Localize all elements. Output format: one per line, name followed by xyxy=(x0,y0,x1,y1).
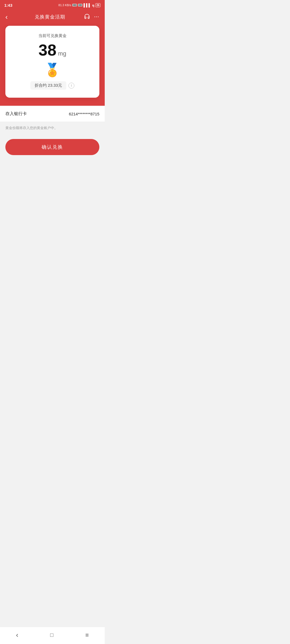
bank-card-row: 存入银行卡 6214********8715 xyxy=(0,106,105,122)
hd-label-2: HD xyxy=(78,4,82,6)
status-time: 1:43 xyxy=(4,3,12,8)
notice-text: 黄金份额将存入您的黄金账户中。 xyxy=(0,122,105,134)
price-row: 折合约 23.33元 i xyxy=(30,81,74,90)
content-area: 存入银行卡 6214********8715 黄金份额将存入您的黄金账户中。 确… xyxy=(0,106,105,214)
header-actions: ··· xyxy=(84,13,99,21)
page-title: 兑换黄金活期 xyxy=(35,14,65,20)
network-speed: 81.3 KB/s xyxy=(59,3,71,7)
status-icons: 81.3 KB/s HD HD ▌▌▌ 𝛈 26 xyxy=(59,3,100,8)
back-button[interactable]: ‹ xyxy=(5,13,16,21)
headset-icon[interactable] xyxy=(84,13,90,21)
more-icon[interactable]: ··· xyxy=(94,14,99,19)
gold-emoji: 🏅 xyxy=(44,64,60,76)
hd-label-1: HD xyxy=(72,4,77,6)
card-subtitle: 当前可兑换黄金 xyxy=(38,33,67,38)
app-header: ‹ 兑换黄金活期 ··· xyxy=(0,10,105,26)
status-bar: 1:43 81.3 KB/s HD HD ▌▌▌ 𝛈 26 xyxy=(0,0,105,10)
gold-number: 38 xyxy=(38,42,56,58)
confirm-button[interactable]: 确认兑换 xyxy=(5,139,99,155)
bank-label: 存入银行卡 xyxy=(5,111,27,117)
bank-number: 6214********8715 xyxy=(69,112,99,116)
gold-info-card: 当前可兑换黄金 38 mg 🏅 折合约 23.33元 i xyxy=(5,26,99,98)
battery-indicator: 26 xyxy=(95,3,100,7)
confirm-button-wrap: 确认兑换 xyxy=(0,134,105,155)
info-button[interactable]: i xyxy=(68,83,74,89)
gold-amount-row: 38 mg xyxy=(38,42,66,58)
wifi-icon: 𝛈 xyxy=(92,3,94,8)
signal-icon: ▌▌▌ xyxy=(84,3,91,7)
red-section: 当前可兑换黄金 38 mg 🏅 折合约 23.33元 i xyxy=(0,26,105,106)
info-icon-label: i xyxy=(71,84,72,87)
gold-unit: mg xyxy=(58,50,66,57)
price-text: 折合约 23.33元 xyxy=(30,81,66,90)
